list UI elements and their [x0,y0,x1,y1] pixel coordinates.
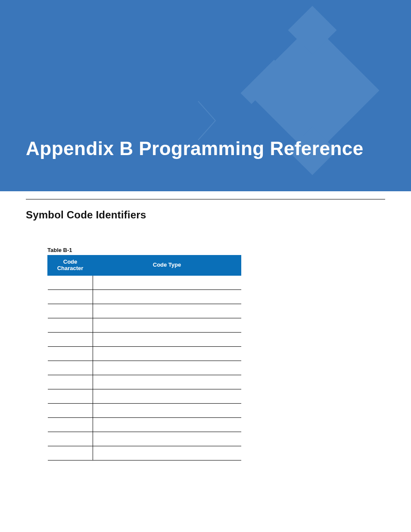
banner-decoration-icon [0,0,411,191]
table-header-code-type: Code Type [93,255,241,276]
cell-type [93,361,241,375]
cell-code [48,318,93,332]
cell-type [93,446,241,460]
table-row [48,361,241,375]
horizontal-rule [26,199,385,199]
code-identifiers-table: CodeCharacter Code Type [47,255,241,460]
table-row [48,417,241,432]
table-row [48,446,241,460]
table-row [48,432,241,446]
table-row [48,318,241,332]
cell-code [48,417,93,432]
table-row [48,403,241,417]
svg-rect-0 [245,23,379,157]
section-title: Symbol Code Identifiers [26,209,385,221]
cell-code [48,346,93,361]
cell-code [48,289,93,304]
cell-type [93,346,241,361]
table-row [48,389,241,403]
table-row [48,375,241,389]
cell-type [93,318,241,332]
cell-type [93,304,241,318]
cell-type [93,289,241,304]
page-title: Appendix B Programming Reference [26,138,364,159]
table-row [48,304,241,318]
table-header-row: CodeCharacter Code Type [48,255,241,276]
table-container: Table B-1 CodeCharacter Code Type [47,247,241,460]
table-header-code-character: CodeCharacter [48,255,93,276]
cell-code [48,275,93,289]
cell-type [93,275,241,289]
cell-code [48,432,93,446]
table-row [48,275,241,289]
cell-type [93,432,241,446]
table-row [48,332,241,346]
cell-code [48,375,93,389]
table-row [48,346,241,361]
table-label: Table B-1 [47,247,241,253]
cell-type [93,332,241,346]
cell-type [93,375,241,389]
page: Appendix B Programming Reference Symbol … [0,0,411,532]
cell-code [48,304,93,318]
table-row [48,289,241,304]
banner: Appendix B Programming Reference [0,0,411,191]
cell-type [93,403,241,417]
cell-code [48,446,93,460]
svg-rect-1 [288,6,336,54]
cell-type [93,417,241,432]
cell-type [93,389,241,403]
cell-code [48,389,93,403]
table-body [48,275,241,460]
cell-code [48,361,93,375]
cell-code [48,332,93,346]
content-area: Symbol Code Identifiers Table B-1 CodeCh… [0,199,411,460]
cell-code [48,403,93,417]
svg-rect-3 [240,59,285,104]
